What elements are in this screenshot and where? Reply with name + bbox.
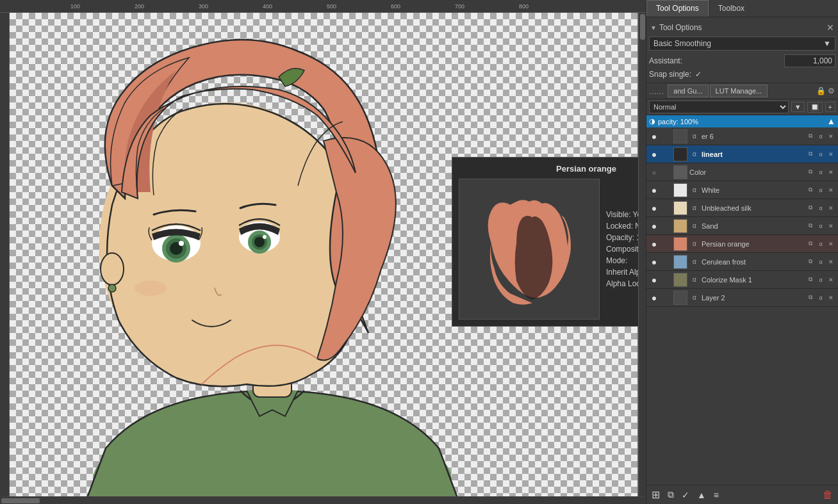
lock-btn-cerulean[interactable] [661, 257, 671, 267]
vertical-scrollbar[interactable] [638, 13, 646, 496]
unbleached-alpha[interactable]: α [816, 204, 825, 213]
blend-mode-select[interactable]: Normal [649, 101, 789, 113]
layer-name-cerulean: Cerulean frost [702, 258, 804, 266]
lock-btn-lineart[interactable] [661, 149, 671, 159]
layer-item-lineart[interactable]: ● α lineart ⧉ α ✕ [646, 145, 838, 163]
lineart-alpha[interactable]: α [816, 150, 825, 159]
layer-item-6[interactable]: ● α er 6 ⧉ α ✕ [646, 127, 838, 145]
panel-close-button[interactable]: ✕ [826, 22, 834, 33]
add-mask-btn[interactable]: + [825, 102, 835, 112]
vis-btn-lineart[interactable]: ● [649, 149, 659, 159]
lock-btn-6[interactable] [661, 131, 671, 142]
unbleached-del[interactable]: ✕ [826, 204, 835, 213]
layer6-copy[interactable]: ⧉ [806, 132, 815, 141]
svg-point-3 [101, 253, 124, 285]
colorize-alpha[interactable]: α [816, 275, 825, 284]
filter-btn[interactable]: ▼ [791, 102, 805, 112]
lock-btn-unbleached[interactable] [661, 203, 671, 213]
layer-item-persian-orange[interactable]: ● α Persian orange ⧉ α ✕ [646, 235, 838, 253]
color-copy[interactable]: ⧉ [806, 168, 815, 177]
lock-btn-persian[interactable] [661, 239, 671, 249]
lock-btn[interactable]: 🔒 [816, 86, 825, 95]
add-layer-btn[interactable]: ⊞ [649, 487, 662, 502]
settings-btn[interactable]: ⚙ [826, 86, 835, 95]
layer-item-cerulean[interactable]: ● α Cerulean frost ⧉ α ✕ [646, 253, 838, 271]
sand-del[interactable]: ✕ [826, 222, 835, 231]
alpha-cerulean: α [689, 257, 700, 267]
color-alpha[interactable]: α [816, 168, 825, 177]
cerulean-del[interactable]: ✕ [826, 257, 835, 266]
svg-point-15 [135, 280, 167, 296]
layer2-del[interactable]: ✕ [826, 293, 835, 302]
layer-item-white[interactable]: ● α White ⧉ α ✕ [646, 181, 838, 199]
layer-item-sand[interactable]: ● α Sand ⧉ α ✕ [646, 217, 838, 235]
thumb-6 [673, 129, 687, 143]
cerulean-alpha[interactable]: α [816, 257, 825, 266]
vis-btn-white[interactable]: ● [649, 185, 659, 195]
lock-btn-colorize[interactable] [661, 275, 671, 285]
opacity-label: pacity: 100% [658, 118, 825, 126]
move-layer-down-btn[interactable]: ≡ [711, 489, 721, 501]
sand-alpha[interactable]: α [816, 222, 825, 231]
delete-layer-btn[interactable]: 🗑 [820, 488, 835, 502]
vis-btn-cerulean[interactable]: ● [649, 257, 659, 267]
layer6-del[interactable]: ✕ [826, 132, 835, 141]
lineart-copy[interactable]: ⧉ [806, 150, 815, 159]
collapse-icon[interactable]: ▼ [650, 24, 657, 31]
vis-btn-persian[interactable]: ● [649, 239, 659, 249]
colorize-del[interactable]: ✕ [826, 275, 835, 284]
tab-tool-options[interactable]: Tool Options [646, 0, 709, 17]
vis-btn-color[interactable]: ● [649, 167, 659, 177]
vis-btn-layer2[interactable]: ● [649, 293, 659, 303]
assistant-input[interactable] [784, 54, 835, 67]
sand-copy[interactable]: ⧉ [806, 222, 815, 231]
snap-single-row: Snap single: ✓ [649, 69, 835, 80]
white-del[interactable]: ✕ [826, 186, 835, 195]
unbleached-copy[interactable]: ⧉ [806, 204, 815, 213]
assistant-label: Assistant: [649, 56, 784, 65]
lut-manage-btn[interactable]: LUT Manage... [710, 85, 768, 97]
canvas-wrapper[interactable]: Persian orange [10, 13, 638, 496]
move-layer-up-check[interactable]: ✓ [679, 489, 692, 501]
white-copy[interactable]: ⧉ [806, 186, 815, 195]
vis-btn-unbleached[interactable]: ● [649, 203, 659, 213]
vis-btn-sand[interactable]: ● [649, 221, 659, 231]
lock-btn-color[interactable] [661, 167, 671, 177]
layer-item-layer2[interactable]: ● α Layer 2 ⧉ α ✕ [646, 289, 838, 307]
persian-copy[interactable]: ⧉ [806, 240, 815, 248]
tool-options-panel: ▼ Tool Options ✕ Basic Smoothing ▼ Assis… [646, 17, 838, 83]
cerulean-copy[interactable]: ⧉ [806, 257, 815, 266]
lineart-del[interactable]: ✕ [826, 150, 835, 159]
horizontal-scrollbar[interactable] [0, 496, 646, 504]
layer-name-white: White [702, 186, 804, 194]
duplicate-layer-btn[interactable]: ⧉ [665, 488, 677, 501]
and-guides-btn[interactable]: and Gu... [668, 85, 708, 97]
svg-point-13 [254, 237, 265, 247]
vis-btn-colorize[interactable]: ● [649, 275, 659, 285]
lock-btn-layer2[interactable] [661, 293, 671, 303]
tool-options-header: ▼ Tool Options ✕ [649, 20, 835, 35]
lock-btn-white[interactable] [661, 185, 671, 195]
color-del[interactable]: ✕ [826, 168, 835, 177]
colorize-copy[interactable]: ⧉ [806, 275, 815, 284]
assistant-row: Assistant: [649, 53, 835, 69]
layer-item-unbleached[interactable]: ● α Unbleached silk ⧉ α ✕ [646, 199, 838, 217]
lock-btn-sand[interactable] [661, 221, 671, 231]
layer2-alpha[interactable]: α [816, 293, 825, 302]
vis-btn-6[interactable]: ● [649, 131, 659, 142]
persian-alpha[interactable]: α [816, 240, 825, 248]
move-layer-up-btn[interactable]: ▲ [694, 489, 709, 501]
alpha-sand: α [689, 221, 700, 231]
persian-del[interactable]: ✕ [826, 240, 835, 248]
opacity-stepper-up[interactable]: ▲ [827, 117, 835, 126]
svg-point-9 [179, 241, 184, 246]
alpha-6: α [689, 131, 700, 142]
white-alpha[interactable]: α [816, 186, 825, 195]
layer6-alpha[interactable]: α [816, 132, 825, 141]
lock-alpha-btn[interactable]: 🔲 [807, 102, 823, 113]
layer2-copy[interactable]: ⧉ [806, 293, 815, 302]
layer-item-colorize-mask[interactable]: ● α Colorize Mask 1 ⧉ α ✕ [646, 271, 838, 289]
tab-toolbox[interactable]: Toolbox [709, 0, 754, 17]
smoothing-dropdown[interactable]: Basic Smoothing ▼ [649, 37, 835, 51]
layer-item-color[interactable]: ● Color ⧉ α ✕ [646, 163, 838, 181]
